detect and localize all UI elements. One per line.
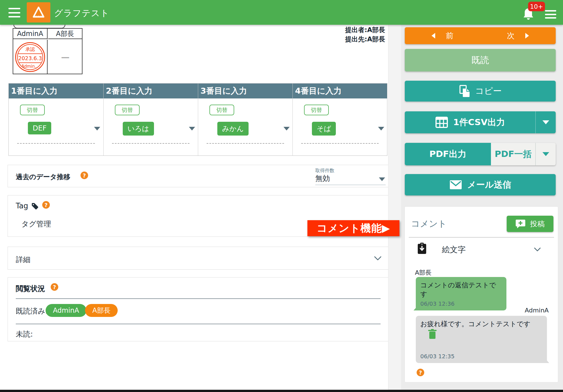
send-mail-button[interactable]: メール送信: [405, 174, 556, 195]
input-column-4: 4番目に入力 切替 そば: [292, 84, 387, 156]
value-select[interactable]: いろは: [115, 122, 188, 135]
pdf-batch-button[interactable]: PDF一括: [491, 143, 535, 165]
detail-expander[interactable]: 詳細: [8, 247, 388, 270]
clipboard-paste-icon[interactable]: [417, 242, 427, 254]
divider: [16, 298, 381, 299]
column-header: 1番目に入力: [9, 84, 103, 98]
overflow-hamburger-icon[interactable]: [545, 10, 556, 19]
column-header: 2番目に入力: [104, 84, 198, 98]
stamp-date: 2023.6.3: [18, 53, 43, 63]
comment-bubble: コメントの返信テストです 06/03 12:36: [416, 277, 506, 310]
destination-text: 提出先:A部長: [282, 35, 385, 44]
prev-label: 前: [446, 31, 453, 41]
chevron-down-icon[interactable]: [534, 247, 541, 252]
help-icon[interactable]: ?: [81, 172, 88, 179]
read-user-pill: AdminA: [46, 304, 86, 317]
approval-column-header: A部長: [48, 29, 82, 39]
divider: [409, 237, 554, 238]
help-icon[interactable]: ?: [417, 369, 424, 376]
value-select[interactable]: そば: [304, 122, 377, 135]
input-column-2: 2番目に入力 切替 いろは: [103, 84, 198, 156]
comment-text: お疲れ様です。コメントテストです: [416, 316, 547, 328]
mail-icon: [449, 180, 462, 190]
chevron-down-icon: [374, 256, 382, 261]
post-comment-button[interactable]: 投稿: [507, 216, 553, 232]
approval-empty-cell: —: [48, 40, 82, 74]
triangle-logo-icon: [31, 5, 46, 20]
pdf-dropdown-toggle[interactable]: [535, 143, 556, 165]
arrow-left-icon: [432, 33, 435, 39]
approval-stamp-cell: 承認 2023.6.3 Admin...: [13, 40, 48, 74]
delete-comment-icon[interactable]: [428, 329, 437, 339]
select-underline: [301, 143, 379, 144]
tag-manage-link[interactable]: タグ管理: [21, 219, 51, 229]
comment-panel: コメント 投稿 絵文字: [405, 206, 558, 382]
approval-table: AdminA A部長 承認 2023.6.3 Admin... —: [13, 28, 82, 74]
divider: [16, 324, 381, 324]
comment-bubble: お疲れ様です。コメントテストです 06/03 12:35: [416, 316, 547, 363]
column-header: 4番目に入力: [293, 84, 387, 98]
dropdown-arrow-icon: [94, 127, 100, 130]
tag-title: Tag: [16, 202, 28, 210]
help-icon[interactable]: ?: [42, 201, 50, 209]
toggle-button[interactable]: 切替: [209, 105, 234, 115]
select-underline: [112, 143, 189, 144]
unread-users-label: 未読:: [16, 329, 33, 339]
emoji-expander[interactable]: 絵文字: [442, 244, 466, 255]
value-select[interactable]: DEF: [20, 122, 93, 135]
view-status-panel: 閲覧状況 ? 既読済み: AdminA A部長 未読:: [8, 277, 388, 341]
submitter-text: 提出者:A部長: [282, 25, 385, 35]
csv-export-split-button: 1件CSV出力: [405, 111, 556, 133]
toggle-button[interactable]: 切替: [115, 105, 140, 115]
fetch-count-label: 取得件数: [315, 167, 334, 174]
dropdown-arrow-icon: [283, 127, 290, 130]
dropdown-arrow-icon: [189, 127, 195, 130]
input-table: 1番目に入力 切替 DEF 2番目に入力 切替 いろは 3番目に入力 切替 みか…: [8, 83, 387, 156]
mark-read-button[interactable]: 既読: [405, 49, 556, 71]
comment-time: 06/03 12:36: [416, 299, 506, 310]
submission-info: 提出者:A部長 提出先:A部長: [282, 25, 385, 44]
comment-text: コメントの返信テストです: [416, 277, 506, 299]
selected-value-chip: DEF: [28, 122, 51, 134]
view-status-title: 閲覧状況: [16, 284, 45, 294]
read-users-label: 既読済み:: [16, 306, 48, 316]
prev-button[interactable]: 前: [405, 31, 480, 41]
comment-author: A部長: [415, 269, 432, 277]
prev-next-navigation: 前 次: [405, 27, 556, 44]
bottom-edge-bar: [0, 390, 563, 392]
select-underline: [17, 143, 95, 144]
page-title: グラフテスト: [54, 7, 109, 19]
toggle-button[interactable]: 切替: [20, 105, 45, 115]
comment-title: コメント: [411, 218, 447, 230]
copy-button[interactable]: コピー: [405, 81, 556, 102]
input-column-1: 1番目に入力 切替 DEF: [9, 84, 103, 156]
csv-export-button[interactable]: 1件CSV出力: [405, 111, 535, 133]
stamp-user: Admin...: [18, 63, 43, 69]
csv-dropdown-toggle[interactable]: [535, 111, 556, 133]
mail-label: メール送信: [467, 179, 511, 191]
tag-icon: [31, 202, 39, 210]
next-button[interactable]: 次: [480, 31, 556, 41]
help-icon[interactable]: ?: [51, 283, 58, 291]
arrow-right-icon: [525, 33, 529, 39]
fetch-count-select[interactable]: 無効: [315, 174, 330, 183]
message-plus-icon: [515, 219, 526, 229]
history-title: 過去のデータ推移: [16, 172, 70, 181]
approval-column-header: AdminA: [13, 29, 48, 39]
selected-value-chip: いろは: [123, 122, 154, 136]
value-select[interactable]: みかん: [209, 122, 283, 135]
pdf-export-button[interactable]: PDF出力: [405, 143, 491, 165]
post-label: 投稿: [530, 219, 545, 229]
menu-hamburger-icon[interactable]: [8, 8, 20, 17]
dropdown-arrow-icon: [542, 152, 549, 156]
selected-value-chip: そば: [312, 122, 336, 136]
toggle-button[interactable]: 切替: [304, 105, 329, 115]
app-header: グラフテスト: [0, 0, 563, 25]
select-underline: [207, 143, 284, 144]
copy-icon: [459, 85, 471, 98]
copy-label: コピー: [475, 85, 502, 97]
input-column-3: 3番目に入力 切替 みかん: [198, 84, 292, 156]
app-logo[interactable]: [27, 2, 50, 22]
detail-title: 詳細: [16, 255, 30, 265]
stamp-status: 承認: [18, 46, 43, 53]
